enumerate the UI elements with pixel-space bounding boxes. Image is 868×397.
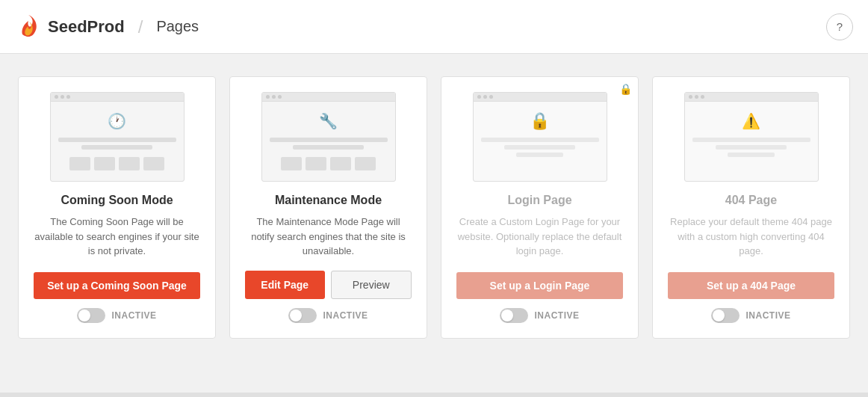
preview-block [143, 157, 164, 170]
preview-bar [262, 93, 395, 102]
toggle-knob [501, 310, 513, 321]
preview-dot [701, 95, 704, 99]
coming-soon-title: Coming Soon Mode [61, 194, 173, 207]
preview-line [270, 138, 388, 142]
warning-preview-icon: ⚠️ [740, 109, 763, 133]
coming-soon-preview: 🕐 [50, 92, 185, 182]
preview-lines [481, 138, 599, 157]
help-button[interactable]: ? [826, 13, 853, 40]
preview-dot [483, 95, 487, 99]
preview-body: 🔧 [262, 102, 395, 178]
wrench-icon: 🔧 [317, 109, 341, 133]
preview-lines [270, 138, 388, 150]
404-desc: Replace your default theme 404 page with… [668, 215, 834, 260]
preview-block [330, 157, 351, 170]
lock-badge-icon: 🔒 [619, 83, 632, 95]
clock-icon: 🕐 [105, 109, 129, 133]
404-toggle-label: INACTIVE [745, 310, 790, 321]
preview-lines [58, 138, 176, 150]
preview-lines [692, 138, 810, 157]
preview-block [69, 157, 90, 170]
404-toggle-row: INACTIVE [711, 308, 790, 323]
login-desc: Create a Custom Login Page for your webs… [456, 215, 623, 260]
maintenance-btn-group: Edit Page Preview [245, 271, 412, 299]
login-toggle-row: INACTIVE [500, 308, 579, 323]
coming-soon-desc: The Coming Soon Page will be available t… [34, 215, 200, 260]
maintenance-edit-button[interactable]: Edit Page [245, 271, 325, 299]
preview-line-short [81, 145, 152, 150]
maintenance-toggle-label: INACTIVE [323, 310, 368, 321]
preview-line-short [504, 145, 575, 150]
main-content: 🕐 Coming Soon Mode The Coming Soon Page … [0, 54, 868, 361]
404-preview: ⚠️ [684, 92, 819, 182]
preview-dot [55, 95, 58, 99]
preview-line [692, 138, 810, 142]
maintenance-title: Maintenance Mode [275, 194, 382, 207]
preview-dot [695, 95, 698, 99]
preview-line-shorter [516, 153, 563, 157]
maintenance-card: 🔧 Maintenance Mode The Maintenance Mode … [229, 76, 427, 339]
maintenance-toggle-row: INACTIVE [288, 308, 368, 323]
preview-line-short [293, 145, 364, 150]
lock-preview-icon: 🔒 [528, 109, 552, 133]
preview-dot [266, 95, 270, 99]
header: SeedProd / Pages ? [0, 0, 868, 54]
coming-soon-card: 🕐 Coming Soon Mode The Coming Soon Page … [18, 76, 216, 339]
preview-bar [51, 93, 184, 102]
preview-dot [278, 95, 282, 99]
logo-text: SeedProd [48, 17, 125, 37]
preview-block [281, 157, 302, 170]
preview-body: 🔒 [474, 102, 607, 164]
preview-line [58, 138, 176, 142]
login-toggle[interactable] [500, 308, 528, 323]
preview-body: ⚠️ [685, 102, 818, 164]
maintenance-desc: The Maintenance Mode Page will notify se… [245, 215, 412, 259]
seedprod-logo-icon [15, 13, 42, 40]
404-title: 404 Page [725, 194, 777, 207]
maintenance-toggle[interactable] [288, 308, 317, 323]
preview-bar [474, 93, 607, 102]
404-setup-button[interactable]: Set up a 404 Page [668, 272, 834, 299]
preview-dot [477, 95, 481, 99]
preview-dot [66, 95, 70, 99]
preview-body: 🕐 [51, 102, 184, 178]
login-toggle-label: INACTIVE [534, 310, 579, 321]
preview-line-shorter [728, 153, 775, 157]
coming-soon-toggle-row: INACTIVE [77, 308, 156, 323]
preview-block [306, 157, 326, 170]
login-card: 🔒 🔒 Login Page Create a Custom Login Pag… [441, 76, 639, 339]
preview-line [481, 138, 599, 142]
coming-soon-setup-button[interactable]: Set up a Coming Soon Page [34, 272, 200, 299]
help-icon: ? [837, 20, 843, 33]
preview-dot [689, 95, 692, 99]
login-title: Login Page [507, 194, 571, 207]
coming-soon-toggle-label: INACTIVE [111, 310, 156, 321]
preview-bar [685, 93, 818, 102]
header-title: Pages [156, 18, 199, 35]
header-left: SeedProd / Pages [15, 13, 199, 40]
preview-blocks [69, 157, 164, 170]
coming-soon-toggle[interactable] [77, 308, 105, 323]
404-card: ⚠️ 404 Page Replace your default theme 4… [652, 76, 850, 339]
preview-dot [489, 95, 493, 99]
logo-area: SeedProd [15, 13, 125, 40]
maintenance-preview-button[interactable]: Preview [331, 271, 412, 299]
login-preview: 🔒 [473, 92, 607, 182]
login-setup-button[interactable]: Set up a Login Page [456, 272, 623, 299]
preview-block [355, 157, 376, 170]
header-divider: / [138, 16, 143, 37]
maintenance-preview: 🔧 [261, 92, 396, 182]
preview-block [94, 157, 115, 170]
bottom-bar [0, 393, 868, 397]
preview-dot [272, 95, 276, 99]
preview-dot [61, 95, 64, 99]
preview-line-short [716, 145, 787, 150]
toggle-knob [78, 310, 90, 321]
toggle-knob [290, 310, 302, 321]
preview-blocks [281, 157, 376, 170]
404-toggle[interactable] [711, 308, 740, 323]
toggle-knob [713, 310, 725, 321]
preview-block [119, 157, 140, 170]
